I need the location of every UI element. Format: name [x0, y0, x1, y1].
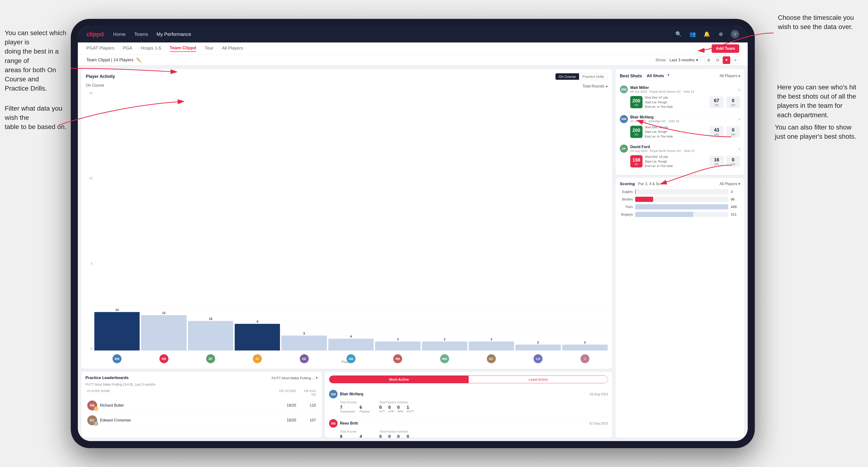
bar-5[interactable] [328, 339, 374, 350]
shot-badge-1: 200 SG [630, 126, 643, 138]
player-avatar-4[interactable]: EE [300, 354, 309, 363]
scoring-row-pars: Pars 499 [620, 204, 740, 210]
bar-7[interactable] [422, 342, 467, 350]
bar-4[interactable] [281, 336, 327, 350]
circle-plus-icon[interactable]: ⊕ [717, 30, 725, 38]
player-avatar-7[interactable]: MM [440, 354, 449, 363]
player-avatar-1[interactable]: RB [159, 354, 168, 363]
scoring-row-birdies: Birdies 96 [620, 197, 740, 202]
shot-stat-pill-0b: 0 yds [726, 96, 740, 108]
detail-view-icon[interactable]: ≡ [732, 56, 739, 64]
shot-chevron-0[interactable]: › [739, 87, 740, 92]
shot-player-avatar-1[interactable]: BM [620, 115, 628, 123]
add-team-button[interactable]: Add Team [712, 44, 739, 53]
scoring-par-label: Par 3, 4 & 5s [638, 182, 660, 186]
nav-home[interactable]: Home [113, 32, 126, 37]
bar-10[interactable] [562, 345, 608, 350]
bar-label-5: 4 [350, 335, 352, 338]
bar-6[interactable] [375, 342, 420, 350]
least-active-tab[interactable]: Least Active [469, 376, 608, 383]
bar-8[interactable] [469, 342, 514, 350]
grid-view-icon[interactable]: ⊞ [705, 56, 712, 64]
player-avatar-9[interactable]: LR [533, 354, 542, 363]
subnav-pga[interactable]: PGA [123, 45, 132, 52]
scoring-par-dropdown[interactable]: Par 3, 4 & 5s ▾ [638, 182, 663, 186]
shot-chevron-1[interactable]: › [739, 116, 740, 122]
chart-col-7: 3 [422, 338, 467, 350]
player-avatar-3[interactable]: JC [253, 354, 262, 363]
bar-2[interactable] [188, 321, 233, 350]
annotation-top-left: You can select which player isdoing the … [5, 28, 75, 93]
nav-teams[interactable]: Teams [134, 32, 148, 37]
chart-col-4: 5 [281, 332, 327, 350]
subnav-team-clippd[interactable]: Team Clippd [169, 45, 196, 52]
rounds-stats-row-0: 7 Tournament 6 Practice [340, 405, 370, 413]
all-players-dropdown[interactable]: All Players ▾ [719, 74, 740, 78]
bar-9[interactable] [516, 345, 561, 350]
shot-badge-value-1: 200 [632, 128, 640, 133]
most-active-tab[interactable]: Most Active [329, 376, 468, 383]
shot-player-info-2: David Ford 24 Aug 2023 · Royal North Dev… [630, 145, 694, 153]
player-avatar-2[interactable]: DF [206, 354, 215, 363]
annotation-top-right: Choose the timescale youwish to see the … [778, 13, 854, 31]
active-player-avatar-0[interactable]: BM [329, 390, 338, 398]
total-rounds-filter[interactable]: Total Rounds ▾ [583, 84, 608, 89]
lb-score-1: 18/20 [286, 418, 296, 423]
annotation-right-bot-text: You can also filter to showjust one play… [775, 124, 856, 140]
player-avatar-6[interactable]: RB [393, 354, 402, 363]
sub-nav: PGAT Players PGA Hcaps 1-5 Team Clippd T… [78, 42, 748, 55]
best-shots-title: Best Shots [620, 73, 642, 79]
lb-dropdown-text: PUTT Must Make Putting ... [272, 376, 315, 380]
scoring-row-eagles: Eagles 3 [620, 189, 740, 194]
nav-icons: 🔍 👥 🔔 ⊕ U [674, 30, 739, 38]
people-icon[interactable]: 👥 [688, 30, 697, 38]
active-player-block-1: RB Rees Britt 02 Sep 2023 Total Rounds 8 [329, 416, 608, 438]
scoring-all-players-dropdown[interactable]: All Players ▾ [719, 182, 740, 186]
edit-team-icon[interactable]: ✏️ [136, 58, 142, 63]
annotation-right-mid-text: Here you can see who's hitthe best shots… [777, 84, 856, 119]
subnav-all-players[interactable]: All Players [222, 45, 243, 52]
scoring-bar-bg-birdies [635, 197, 728, 202]
scoring-all-players-chevron-icon: ▾ [738, 182, 740, 186]
shot-badge-label-0: SG [634, 103, 638, 106]
bar-label-10: 2 [584, 341, 586, 344]
shot-stats-row-0: 200 SG Shot Dist: 67 yds Start Lie: Roug… [620, 95, 740, 109]
subnav-pgat[interactable]: PGAT Players [86, 45, 115, 52]
shot-player-avatar-2[interactable]: DF [620, 145, 628, 153]
shot-stat-pill-2a: 16 yds [710, 156, 724, 167]
subnav-tour[interactable]: Tour [205, 45, 214, 52]
shots-tab-all-shots[interactable]: All Shots [644, 73, 666, 79]
player-activity-card: Player Activity On Course Practice Drill… [81, 69, 612, 369]
bar-3[interactable] [235, 324, 280, 350]
on-course-toggle[interactable]: On Course [555, 73, 579, 80]
bell-icon[interactable]: 🔔 [703, 30, 711, 38]
shot-detail-text-1: Shot Dist: 43 yds Start Lie: Rough End L… [645, 125, 707, 139]
annotation-top-left-text: You can select which player isdoing the … [5, 29, 66, 92]
bar-1[interactable] [141, 315, 186, 350]
bar-0[interactable] [94, 312, 140, 350]
active-player-avatar-1[interactable]: RB [329, 419, 338, 428]
avatar[interactable]: U [731, 30, 739, 38]
subnav-hcaps[interactable]: Hcaps 1-5 [141, 45, 161, 52]
total-rounds-label-1: Total Rounds [340, 430, 370, 433]
practice-drills-toggle[interactable]: Practice Drills [579, 73, 607, 80]
shot-chevron-2[interactable]: › [739, 146, 740, 151]
heart-view-icon[interactable]: ♥ [723, 56, 730, 64]
shot-badge-value-0: 200 [632, 98, 640, 103]
practice-stat-0: 6 Practice [360, 405, 370, 413]
player-avatar-10[interactable]: + [581, 354, 589, 363]
lb-dropdown[interactable]: PUTT Must Make Putting ... ▾ [272, 376, 318, 380]
search-icon[interactable]: 🔍 [674, 30, 683, 38]
lb-title: Practice Leaderboards [85, 375, 129, 380]
nav-my-performance[interactable]: My Performance [157, 32, 191, 37]
list-view-icon[interactable]: ⊟ [714, 56, 721, 64]
player-avatar-0[interactable]: BM [113, 354, 121, 363]
show-chevron-icon: ▾ [696, 58, 698, 63]
player-avatar-8[interactable]: EC [487, 354, 496, 363]
show-dropdown[interactable]: Last 3 months ▾ [670, 58, 698, 63]
arg-stat-1: 0 ARG [397, 434, 403, 438]
practice-activities-row-1: 0 GTT 0 APP 0 [379, 434, 414, 438]
lb-avg-0: 110 [302, 403, 316, 408]
shot-player-avatar-0[interactable]: MM [620, 85, 628, 93]
shot-detail-text-0: Shot Dist: 67 yds Start Lie: Rough End L… [645, 95, 707, 109]
